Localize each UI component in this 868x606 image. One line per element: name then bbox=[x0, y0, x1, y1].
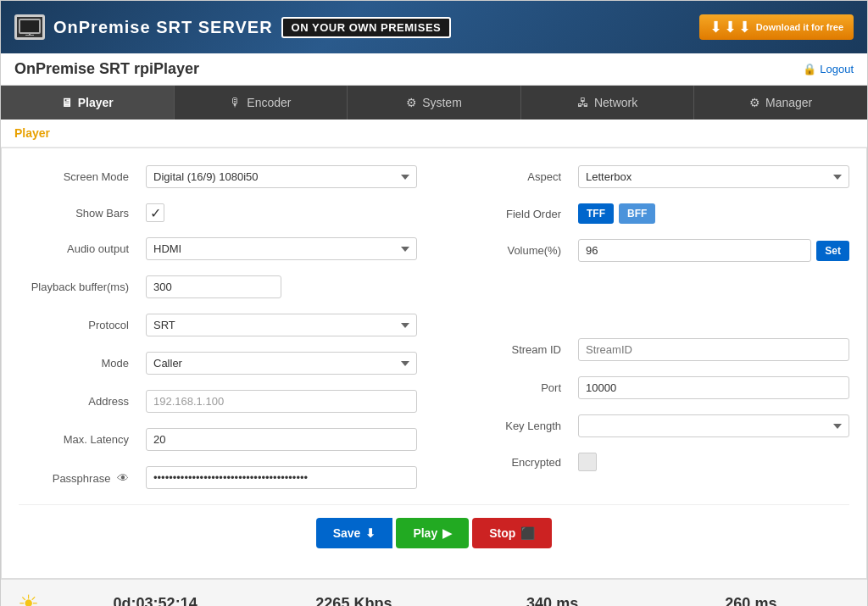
manager-icon: ⚙ bbox=[749, 96, 760, 109]
set-button[interactable]: Set bbox=[816, 241, 849, 261]
tab-system[interactable]: ⚙ System bbox=[348, 86, 521, 120]
audio-output-label: Audio output bbox=[19, 242, 137, 255]
screen-mode-row: Screen Mode Digital (16/9) 1080i50 bbox=[19, 165, 417, 188]
aspect-select[interactable]: Letterbox bbox=[578, 165, 849, 188]
max-latency-label: Max. Latency bbox=[19, 433, 137, 446]
monitor-icon bbox=[14, 14, 45, 40]
tab-encoder[interactable]: 🎙 Encoder bbox=[175, 86, 348, 120]
spacer2 bbox=[451, 308, 849, 338]
tab-manager[interactable]: ⚙ Manager bbox=[694, 86, 867, 120]
volume-input[interactable] bbox=[578, 239, 811, 262]
tab-network[interactable]: 🖧 Network bbox=[521, 86, 695, 120]
screen-mode-label: Screen Mode bbox=[19, 170, 137, 183]
tab-system-label: System bbox=[422, 96, 462, 109]
playback-buffer-row: Playback buffer(ms) bbox=[19, 275, 417, 298]
volume-group: Set bbox=[578, 239, 849, 262]
show-bars-checkbox[interactable]: ✓ bbox=[146, 203, 164, 222]
app-bar: OnPremise SRT rpiPlayer 🔒 Logout bbox=[1, 53, 867, 86]
mode-label: Mode bbox=[19, 357, 137, 370]
download-label: Download it for free bbox=[756, 22, 843, 32]
play-icon: ▶ bbox=[442, 526, 452, 540]
tab-player-label: Player bbox=[78, 96, 114, 109]
download-button[interactable]: ⬇⬇⬇ Download it for free bbox=[699, 14, 854, 40]
play-label: Play bbox=[413, 526, 437, 540]
save-button[interactable]: Save ⬇ bbox=[316, 518, 393, 548]
volume-row: Volume(%) Set bbox=[451, 239, 849, 262]
tab-network-label: Network bbox=[594, 96, 637, 109]
screen-mode-select[interactable]: Digital (16/9) 1080i50 bbox=[146, 165, 417, 188]
logout-icon: 🔒 bbox=[803, 63, 816, 75]
spacer1 bbox=[451, 277, 849, 308]
address-input[interactable] bbox=[146, 390, 417, 413]
logo: OnPremise SRT SERVER ON YOUR OWN PREMISE… bbox=[14, 14, 451, 40]
download-icon: ⬇⬇⬇ bbox=[709, 19, 751, 35]
save-icon: ⬇ bbox=[365, 526, 376, 540]
port-row: Port bbox=[451, 376, 849, 399]
max-latency-row: Max. Latency bbox=[19, 428, 417, 451]
system-icon: ⚙ bbox=[406, 96, 417, 109]
key-length-select[interactable]: 16 24 32 bbox=[578, 414, 849, 437]
stream-id-label: Stream ID bbox=[451, 343, 570, 356]
field-order-label: Field Order bbox=[451, 208, 570, 220]
show-bars-row: Show Bars ✓ bbox=[19, 203, 417, 222]
status-latency2: 260 ms bbox=[652, 595, 850, 606]
tab-manager-label: Manager bbox=[765, 96, 812, 109]
stream-id-input[interactable] bbox=[578, 338, 849, 361]
address-label: Address bbox=[19, 395, 137, 408]
encrypted-checkbox[interactable] bbox=[578, 453, 597, 471]
network-icon: 🖧 bbox=[577, 96, 589, 109]
key-length-label: Key Length bbox=[451, 420, 570, 432]
port-input[interactable] bbox=[578, 376, 849, 399]
play-button[interactable]: Play ▶ bbox=[396, 518, 469, 548]
protocol-row: Protocol SRT bbox=[19, 314, 417, 336]
page-title: Player bbox=[14, 126, 50, 140]
form-left: Screen Mode Digital (16/9) 1080i50 Show … bbox=[19, 165, 417, 504]
max-latency-input[interactable] bbox=[146, 428, 417, 451]
save-label: Save bbox=[333, 526, 361, 540]
svg-rect-0 bbox=[19, 19, 40, 33]
encoder-icon: 🎙 bbox=[230, 96, 242, 109]
protocol-label: Protocol bbox=[19, 319, 137, 331]
stop-icon: ⬛ bbox=[520, 526, 535, 540]
playback-buffer-input[interactable] bbox=[146, 275, 281, 298]
status-bar: ☀ 0d:03:52:14 2265 Kbps 340 ms 260 ms bbox=[1, 579, 867, 606]
audio-output-row: Audio output HDMI bbox=[19, 237, 417, 260]
header: OnPremise SRT SERVER ON YOUR OWN PREMISE… bbox=[1, 1, 867, 53]
playback-buffer-label: Playback buffer(ms) bbox=[19, 281, 137, 293]
sun-icon: ☀ bbox=[18, 590, 39, 606]
key-length-row: Key Length 16 24 32 bbox=[451, 414, 849, 437]
tff-button[interactable]: TFF bbox=[578, 203, 614, 224]
form-grid: Screen Mode Digital (16/9) 1080i50 Show … bbox=[19, 165, 849, 504]
audio-output-select[interactable]: HDMI bbox=[146, 237, 417, 260]
eye-icon[interactable]: 👁 bbox=[117, 471, 129, 485]
stream-id-row: Stream ID bbox=[451, 338, 849, 361]
mode-select[interactable]: Caller bbox=[146, 352, 417, 375]
status-bitrate: 2265 Kbps bbox=[254, 595, 453, 606]
page-header: Player bbox=[1, 120, 867, 147]
volume-label: Volume(%) bbox=[451, 244, 570, 257]
port-label: Port bbox=[451, 381, 570, 394]
tab-encoder-label: Encoder bbox=[247, 96, 291, 109]
page-content: Player Screen Mode Digital (16/9) 1080i5… bbox=[1, 120, 867, 579]
protocol-select[interactable]: SRT bbox=[146, 314, 417, 336]
nav-tabs: 🖥 Player 🎙 Encoder ⚙ System 🖧 Network ⚙ … bbox=[1, 86, 867, 120]
logout-label: Logout bbox=[820, 63, 854, 75]
show-bars-label: Show Bars bbox=[19, 207, 137, 220]
encrypted-label: Encrypted bbox=[451, 456, 570, 469]
mode-row: Mode Caller bbox=[19, 352, 417, 375]
logout-button[interactable]: 🔒 Logout bbox=[803, 63, 854, 75]
field-order-row: Field Order TFF BFF bbox=[451, 203, 849, 224]
passphrase-input[interactable] bbox=[146, 466, 417, 489]
bff-button[interactable]: BFF bbox=[619, 203, 655, 224]
field-order-group: TFF BFF bbox=[578, 203, 849, 224]
passphrase-label: Passphrase 👁 bbox=[19, 471, 137, 485]
passphrase-row: Passphrase 👁 bbox=[19, 466, 417, 489]
app-title: OnPremise SRT rpiPlayer bbox=[14, 60, 199, 78]
status-latency1: 340 ms bbox=[453, 595, 652, 606]
encrypted-row: Encrypted bbox=[451, 453, 849, 471]
form-area: Screen Mode Digital (16/9) 1080i50 Show … bbox=[1, 147, 867, 579]
stop-button[interactable]: Stop ⬛ bbox=[472, 518, 552, 548]
action-bar: Save ⬇ Play ▶ Stop ⬛ bbox=[19, 504, 849, 561]
tab-player[interactable]: 🖥 Player bbox=[1, 86, 175, 120]
form-right: Aspect Letterbox Field Order TFF BFF bbox=[451, 165, 849, 504]
